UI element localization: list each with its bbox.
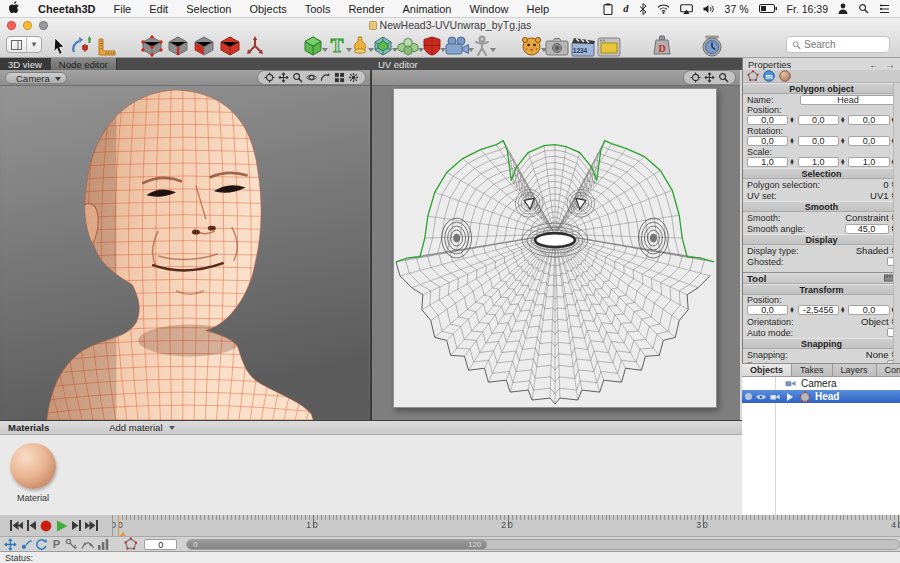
forward-arrow-button[interactable]: →	[885, 59, 895, 70]
tab-layers[interactable]: Layers	[833, 364, 877, 376]
menu-render[interactable]: Render	[339, 3, 393, 15]
create-boolean-button[interactable]	[421, 33, 443, 57]
position-z-field[interactable]: 0,0	[848, 115, 889, 125]
create-cube-button[interactable]	[301, 33, 325, 57]
menu-animation[interactable]: Animation	[394, 3, 461, 15]
daemon-weight-button[interactable]: D	[650, 33, 674, 57]
uv-zoom-icon[interactable]	[718, 72, 729, 83]
user-icon[interactable]	[838, 3, 848, 14]
tool-position-y-stepper[interactable]	[840, 307, 845, 313]
add-material-dropdown[interactable]: Add material	[109, 422, 176, 433]
airplay-icon[interactable]	[680, 4, 693, 14]
create-text-button[interactable]: T	[325, 33, 349, 57]
playhead-handle[interactable]	[117, 526, 129, 536]
menu-tools[interactable]: Tools	[296, 3, 340, 15]
create-polyhedron-button[interactable]	[371, 33, 395, 57]
create-character-button[interactable]	[471, 33, 493, 57]
menu-objects[interactable]: Objects	[240, 3, 295, 15]
zoom-camera-icon[interactable]	[292, 72, 303, 83]
quad-view-icon[interactable]	[334, 72, 345, 83]
scale-z-field[interactable]: 1,0	[848, 157, 889, 167]
back-arrow-button[interactable]: ←	[869, 59, 879, 70]
tab-objects[interactable]: Objects	[742, 364, 792, 376]
cheetah-tag-button[interactable]	[519, 33, 544, 57]
view-settings-gear-icon[interactable]	[348, 72, 359, 83]
object-name-head[interactable]: Head	[815, 391, 839, 402]
bluetooth-icon[interactable]	[639, 3, 647, 15]
playhead[interactable]	[118, 515, 119, 536]
tool-position-y-field[interactable]: -2,5456	[798, 305, 839, 315]
tool-position-x-stepper[interactable]	[789, 307, 794, 313]
select-tool[interactable]	[50, 33, 69, 57]
record-button[interactable]	[40, 520, 52, 532]
animate-point-icon[interactable]	[20, 538, 33, 551]
material-tag-icon[interactable]: m	[763, 70, 775, 82]
tab-uv-editor[interactable]: UV editor	[372, 58, 424, 70]
object-row-head[interactable]: Head	[742, 390, 900, 403]
spotlight-icon[interactable]	[858, 3, 869, 14]
position-y-stepper[interactable]	[840, 117, 845, 123]
track-camera-icon[interactable]	[264, 72, 275, 83]
d-menu-extra-icon[interactable]: d	[623, 3, 628, 14]
tab-node-editor[interactable]: Node editor	[50, 58, 117, 70]
polygon-mode-button[interactable]	[191, 33, 217, 57]
object-mode-button[interactable]	[217, 33, 243, 57]
renderable-camera-icon[interactable]	[769, 392, 781, 402]
scale-y-stepper[interactable]	[840, 159, 845, 165]
rotation-z-field[interactable]: 0,0	[848, 136, 889, 146]
smooth-value[interactable]: Constraint	[845, 212, 888, 223]
texture-tag-icon[interactable]	[779, 70, 791, 82]
uv-pan-icon[interactable]	[704, 72, 715, 83]
position-y-field[interactable]: 0,0	[798, 115, 839, 125]
ruler-tool[interactable]	[95, 33, 119, 57]
scale-x-stepper[interactable]	[789, 159, 794, 165]
name-field[interactable]: Head	[800, 95, 896, 105]
animation-clapper-button[interactable]: 1234	[570, 33, 596, 57]
uv-track-icon[interactable]	[690, 72, 701, 83]
edge-mode-button[interactable]	[165, 33, 191, 57]
volume-icon[interactable]	[703, 4, 715, 14]
polygon-filter-icon[interactable]	[124, 537, 138, 551]
menu-edit[interactable]: Edit	[140, 3, 177, 15]
polygon-selection-value[interactable]: 0	[883, 179, 888, 190]
menu-window[interactable]: Window	[460, 3, 517, 15]
menu-file[interactable]: File	[104, 3, 140, 15]
point-mode-button[interactable]	[139, 33, 165, 57]
next-frame-button[interactable]	[72, 520, 81, 531]
render-window-button[interactable]	[596, 33, 622, 57]
position-x-field[interactable]: 0,0	[747, 115, 788, 125]
current-frame-field[interactable]: 0	[144, 539, 177, 550]
menu-clock[interactable]: Fr. 16:39	[787, 3, 828, 15]
rotation-y-field[interactable]: 0,0	[798, 136, 839, 146]
orientation-value[interactable]: Object	[861, 316, 888, 327]
scale-x-field[interactable]: 1,0	[747, 157, 788, 167]
fcurve-icon[interactable]	[81, 538, 95, 551]
create-camera-button[interactable]	[443, 33, 471, 57]
uv-set-value[interactable]: UV1	[870, 190, 888, 201]
uv-viewport[interactable]	[372, 86, 740, 420]
menu-help[interactable]: Help	[518, 3, 559, 15]
tool-position-z-field[interactable]: 0,0	[848, 305, 889, 315]
viewport-layout-button[interactable]: ▼	[6, 36, 42, 53]
create-array-button[interactable]	[395, 33, 421, 57]
parameter-tool-icon[interactable]: P	[51, 538, 62, 550]
notification-center-icon[interactable]	[879, 4, 890, 14]
rotation-x-field[interactable]: 0,0	[747, 136, 788, 146]
transform-tool[interactable]	[69, 33, 95, 57]
rotation-x-stepper[interactable]	[789, 138, 794, 144]
disclosure-triangle[interactable]	[787, 393, 797, 401]
smooth-angle-field[interactable]: 45,0	[845, 224, 889, 234]
go-to-end-button[interactable]	[85, 520, 98, 531]
camera-view-dropdown[interactable]: Camera	[5, 72, 67, 84]
3d-viewport[interactable]	[0, 86, 370, 420]
display-type-value[interactable]: Shaded	[856, 245, 889, 256]
timeline-ruler[interactable]: 00 10 20 30 40	[113, 515, 900, 536]
go-to-start-button[interactable]	[10, 520, 23, 531]
timeline-range-thumb[interactable]: 0 120	[187, 540, 487, 549]
object-name-camera[interactable]: Camera	[801, 378, 837, 389]
axis-mode-button[interactable]	[243, 33, 267, 57]
search-input[interactable]	[804, 39, 884, 50]
properties-scrollbar[interactable]	[893, 83, 900, 364]
layer-dot-icon[interactable]	[745, 393, 752, 400]
polygon-tag-icon[interactable]	[747, 70, 759, 82]
